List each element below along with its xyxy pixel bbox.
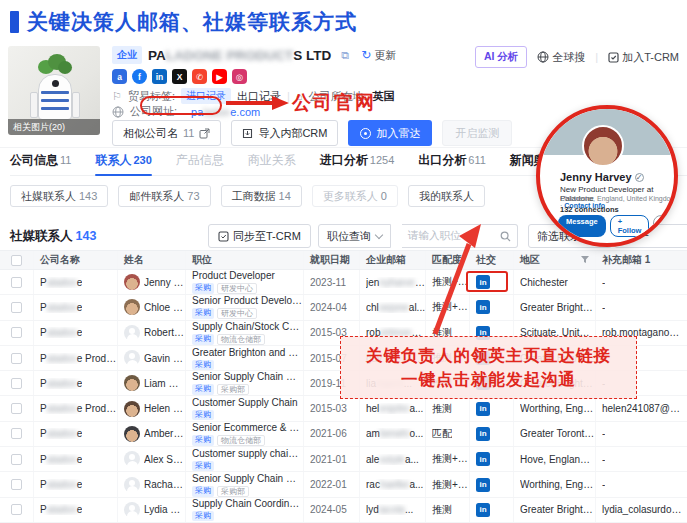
match-level-cell: 推测: [426, 498, 470, 522]
x-twitter-icon[interactable]: X: [172, 69, 187, 84]
pill-社媒联系人[interactable]: 社媒联系人143: [10, 185, 108, 207]
profile-connections: 132 connections: [560, 205, 619, 214]
contact-name[interactable]: Liam Gent: [144, 378, 185, 389]
company-name: Paladone: [40, 277, 82, 288]
company-photo-thumbnail[interactable]: 相关图片(20): [8, 46, 100, 135]
table-header-row: 公司名称姓名职位就职日期企业邮箱匹配度社交地区补充邮箱 1: [0, 250, 687, 270]
checkbox[interactable]: [11, 403, 22, 414]
company-email[interactable]: alexstylea...: [366, 454, 419, 465]
contact-name[interactable]: Jenny Harvey: [144, 277, 185, 288]
checkbox[interactable]: [11, 255, 22, 266]
pill-邮件联系人[interactable]: 邮件联系人73: [118, 185, 210, 207]
trade-tag-icon: ⚐: [112, 90, 122, 103]
instagram-icon[interactable]: ◎: [232, 69, 247, 84]
column-header-label: 地区: [520, 253, 540, 267]
company-email[interactable]: chloejoneal...: [366, 302, 425, 313]
position-title: Supply Chain Coordinator: [192, 498, 303, 510]
company-name-cell: Paladone: [34, 295, 118, 319]
join-radar-button[interactable]: 加入雷达: [348, 120, 432, 146]
pill-更多联系人[interactable]: 更多联系人0: [312, 185, 398, 207]
tab-产品信息[interactable]: 产品信息: [176, 152, 224, 175]
pill-label: 工商数据: [232, 189, 276, 204]
linkedin-icon[interactable]: in: [476, 452, 490, 466]
checkbox[interactable]: [11, 504, 22, 515]
amazon-icon[interactable]: a: [112, 69, 127, 84]
avatar: [124, 426, 140, 442]
company-email[interactable]: lydiacola...: [366, 504, 413, 515]
social-cell: in: [470, 422, 514, 446]
checkbox[interactable]: [11, 327, 22, 338]
job-query-dropdown[interactable]: 职位查询: [318, 224, 391, 248]
position-title: Senior Product Developer: [192, 295, 303, 307]
contact-name[interactable]: Robert Monta...: [144, 327, 185, 338]
youtube-icon[interactable]: ▶: [212, 69, 227, 84]
department-tag: 采购部: [217, 384, 249, 395]
checkbox[interactable]: [11, 353, 22, 364]
company-name-cell: Paladone: [34, 371, 118, 395]
sync-tcrm-button[interactable]: 同步至T-CRM: [208, 224, 311, 248]
checkbox[interactable]: [11, 428, 22, 439]
column-header-地区: 地区: [514, 251, 596, 269]
checkbox[interactable]: [11, 378, 22, 389]
checkbox[interactable]: [11, 479, 22, 490]
join-tcrm-button[interactable]: 加入T-CRM: [608, 50, 679, 65]
contact-name[interactable]: Rachael Kelly: [144, 479, 185, 490]
row-checkbox-cell: [0, 422, 34, 446]
company-email[interactable]: rachaelkea...: [366, 479, 423, 490]
pill-工商数据[interactable]: 工商数据14: [221, 185, 302, 207]
linkedin-icon[interactable]: in: [476, 503, 490, 517]
company-name-cell: Paladone: [34, 422, 118, 446]
facebook-icon[interactable]: f: [132, 69, 147, 84]
company-email[interactable]: helenjohna...: [366, 403, 423, 414]
search-icon[interactable]: [500, 231, 511, 242]
row-checkbox-cell: [0, 270, 34, 294]
contact-name[interactable]: Alex Styles: [144, 454, 185, 465]
similar-company-button[interactable]: 相似公司名11: [112, 120, 221, 146]
position-title: Supply Chain/Stock Control: [192, 321, 303, 333]
table-row: PaladoneJenny HarveyProduct Developer采购研…: [0, 270, 687, 295]
checkbox[interactable]: [11, 277, 22, 288]
checkbox[interactable]: [11, 302, 22, 313]
tab-商业关系[interactable]: 商业关系: [248, 152, 296, 175]
region: Greater Brighton a...: [520, 302, 595, 313]
linkedin-icon[interactable]: in: [476, 402, 490, 416]
buyer-tag: 采购: [192, 410, 214, 420]
linkedin-icon[interactable]: in: [152, 69, 167, 84]
start-date-cell: 2023-11: [304, 270, 360, 294]
contact-name[interactable]: Helen Johnstone: [144, 403, 185, 414]
refresh-button[interactable]: ↻更新: [361, 48, 396, 63]
tab-联系人[interactable]: 联系人230: [95, 152, 151, 175]
filter-icon[interactable]: [581, 256, 589, 264]
tab-label: 联系人: [95, 153, 131, 167]
red-arrow-to-website-label: [226, 94, 290, 112]
import-crm-button[interactable]: 导入内部CRM: [231, 120, 338, 146]
company-name-cell: Paladone: [34, 447, 118, 471]
company-name-cell: Paladone: [34, 472, 118, 496]
header-select-all[interactable]: [0, 251, 34, 269]
table-row: PaladoneLydia ColasurdoSupply Chain Coor…: [0, 498, 687, 523]
pill-label: 社媒联系人: [21, 189, 76, 204]
company-email[interactable]: amberwhio...: [366, 428, 423, 439]
tab-公司信息[interactable]: 公司信息11: [10, 152, 71, 175]
contact-name[interactable]: Lydia Colasurdo: [144, 504, 185, 515]
global-search-button[interactable]: 全球搜: [537, 50, 585, 65]
tab-出口分析[interactable]: 出口分析611: [418, 152, 486, 175]
position-title: Senior Ecommerce & Supply Cha...: [192, 422, 303, 434]
linkedin-icon[interactable]: in: [476, 427, 490, 441]
contact-name[interactable]: Gavin Meeks: [144, 353, 185, 364]
extra-email-cell: -: [596, 295, 687, 319]
company-name: PALADONE PRODUCTS LTD: [148, 48, 331, 63]
copy-icon[interactable]: ⧉: [341, 49, 349, 62]
tab-进口分析[interactable]: 进口分析1254: [320, 152, 394, 175]
phone-icon[interactable]: ✆: [192, 69, 207, 84]
follow-button[interactable]: + Follow: [610, 215, 650, 237]
enable-monitor-button[interactable]: 开启监测: [442, 120, 512, 146]
linkedin-icon[interactable]: in: [476, 478, 490, 492]
pill-我的联系人[interactable]: 我的联系人: [408, 185, 485, 207]
company-email[interactable]: jennyharvea...: [366, 277, 425, 288]
checkbox[interactable]: [11, 454, 22, 465]
ai-analysis-button[interactable]: AI 分析: [475, 46, 527, 68]
contact-name[interactable]: Amber Whitty: [144, 428, 185, 439]
message-button[interactable]: Message: [558, 215, 606, 237]
contact-name[interactable]: Chloe Jones: [144, 302, 185, 313]
